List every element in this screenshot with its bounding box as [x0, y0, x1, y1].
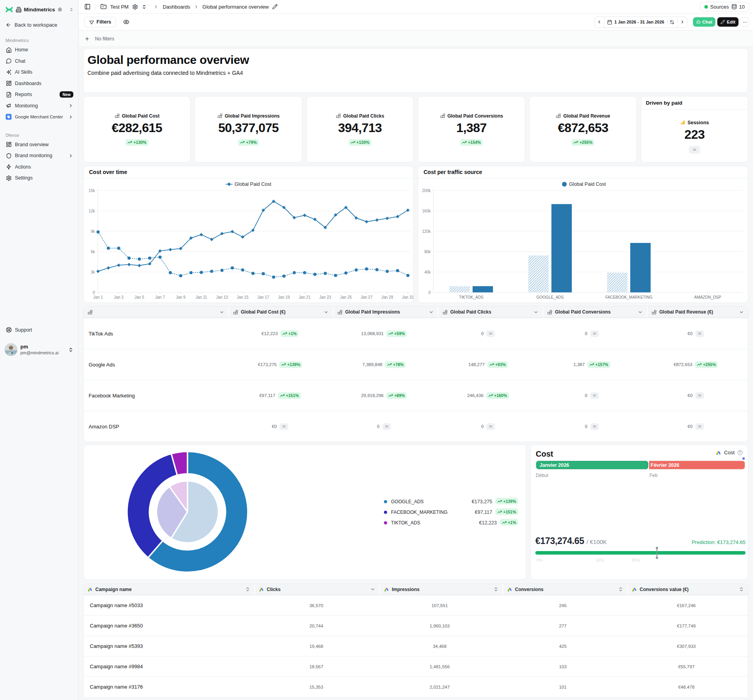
- svg-text:9k: 9k: [91, 229, 95, 234]
- svg-text:Jan 1: Jan 1: [93, 295, 103, 299]
- svg-text:Jan 21: Jan 21: [299, 295, 311, 299]
- svg-text:200k: 200k: [422, 189, 431, 193]
- svg-text:Jan 25: Jan 25: [340, 295, 352, 299]
- svg-text:TIKTOK_ADS: TIKTOK_ADS: [459, 295, 483, 299]
- svg-text:0: 0: [428, 290, 431, 295]
- svg-text:Jan 5: Jan 5: [135, 295, 144, 299]
- svg-text:Jan 17: Jan 17: [257, 295, 269, 299]
- svg-text:40k: 40k: [424, 270, 431, 274]
- svg-text:120k: 120k: [422, 229, 431, 234]
- svg-text:Global Paid Cost: Global Paid Cost: [235, 181, 271, 187]
- svg-text:Jan 9: Jan 9: [176, 295, 186, 299]
- svg-text:Jan 29: Jan 29: [381, 295, 393, 299]
- svg-text:Jan 19: Jan 19: [278, 295, 290, 299]
- svg-text:AMAZON_DSP: AMAZON_DSP: [694, 295, 721, 299]
- svg-text:Jan 11: Jan 11: [196, 295, 207, 299]
- svg-text:Jan 13: Jan 13: [216, 295, 228, 299]
- svg-text:Global Paid Cost: Global Paid Cost: [569, 181, 606, 187]
- svg-text:Jan 27: Jan 27: [361, 295, 373, 299]
- svg-text:3k: 3k: [91, 270, 95, 274]
- svg-text:GOOGLE_ADS: GOOGLE_ADS: [537, 295, 564, 299]
- svg-text:12k: 12k: [89, 209, 95, 213]
- svg-text:FACEBOOK_MARKETING: FACEBOOK_MARKETING: [605, 295, 652, 299]
- svg-text:Jan 15: Jan 15: [237, 295, 249, 299]
- svg-text:160k: 160k: [422, 209, 431, 213]
- svg-text:Jan 7: Jan 7: [155, 295, 165, 299]
- svg-text:Jan 31: Jan 31: [402, 295, 414, 299]
- svg-text:6k: 6k: [91, 250, 95, 254]
- svg-text:80k: 80k: [424, 250, 431, 254]
- svg-text:15k: 15k: [89, 189, 95, 193]
- svg-text:Jan 3: Jan 3: [114, 295, 124, 299]
- svg-text:Jan 23: Jan 23: [319, 295, 331, 299]
- svg-text:0: 0: [93, 290, 95, 295]
